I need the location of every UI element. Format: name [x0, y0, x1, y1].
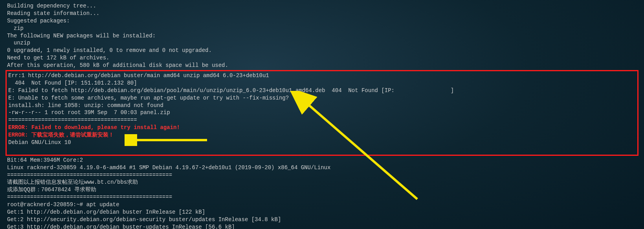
- terminal-line: 请截图以上报错信息发帖至论坛www.bt.cn/bbs求助: [7, 179, 637, 186]
- terminal-line: Get:3 http://deb.debian.org/debian buste…: [7, 223, 637, 229]
- terminal-line: Linux racknerd-320859 4.19.0-6-amd64 #1 …: [7, 164, 637, 172]
- terminal-line: Err:1 http://deb.debian.org/debian buste…: [8, 72, 636, 79]
- terminal-line: ERROR: Failed to download, please try in…: [8, 124, 636, 131]
- terminal-line: ========================================…: [7, 172, 637, 179]
- terminal-line: Debian GNU/Linux 10: [8, 139, 636, 146]
- terminal-line: 0 upgraded, 1 newly installed, 0 to remo…: [7, 47, 637, 54]
- terminal-line: install.sh: line 1058: unzip: command no…: [8, 102, 636, 109]
- terminal-output-post: Bit:64 Mem:3946M Core:2Linux racknerd-32…: [7, 157, 637, 229]
- error-highlight-box: Err:1 http://deb.debian.org/debian buste…: [6, 70, 638, 156]
- terminal-line: Reading state information...: [7, 10, 637, 17]
- terminal-line: Get:1 http://deb.debian.org/debian buste…: [7, 209, 637, 216]
- terminal-line: The following NEW packages will be insta…: [7, 32, 637, 40]
- terminal-line: Get:2 http://security.debian.org/debian-…: [7, 216, 637, 223]
- terminal-line: Need to get 172 kB of archives.: [7, 54, 637, 62]
- terminal-line: root@racknerd-320859:~# apt update: [7, 201, 637, 209]
- terminal-line: E: Unable to fetch some archives, maybe …: [8, 94, 636, 102]
- terminal-line: 404 Not Found [IP: 151.101.2.132 80]: [8, 79, 636, 87]
- terminal-line: [8, 146, 636, 154]
- terminal-output-box-tail: Debian GNU/Linux 10: [8, 139, 636, 154]
- terminal-line: 或添加QQ群：706478424 寻求帮助: [7, 186, 637, 194]
- terminal-line: E: Failed to fetch http://deb.debian.org…: [8, 87, 636, 94]
- terminal-line: zip: [7, 25, 637, 32]
- terminal-line: After this operation, 580 kB of addition…: [7, 62, 637, 69]
- terminal-line: =======================================: [8, 116, 636, 124]
- terminal-line: ERROR: 下载宝塔失败，请尝试重新安装！: [8, 131, 636, 139]
- terminal-line: ========================================…: [7, 194, 637, 201]
- terminal-output-box: Err:1 http://deb.debian.org/debian buste…: [8, 72, 636, 124]
- terminal-output-pre: Building dependency tree...Reading state…: [7, 2, 637, 69]
- terminal-error-lines: ERROR: Failed to download, please try in…: [8, 124, 636, 139]
- terminal-line: Building dependency tree...: [7, 2, 637, 10]
- terminal-line: Bit:64 Mem:3946M Core:2: [7, 157, 637, 164]
- terminal-line: Suggested packages:: [7, 17, 637, 25]
- terminal-line: -rw-r--r-- 1 root root 39M Sep 7 00:03 p…: [8, 109, 636, 116]
- terminal-line: unzip: [7, 39, 637, 47]
